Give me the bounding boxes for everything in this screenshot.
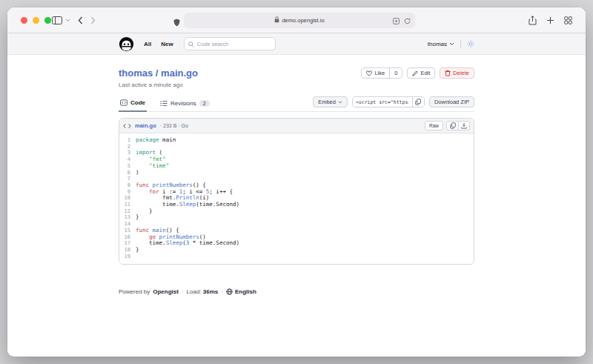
powered-by-label: Powered by <box>119 288 150 295</box>
like-button[interactable]: Like 0 <box>361 67 402 79</box>
nav-all-link[interactable]: All <box>144 41 151 47</box>
code-line: 13} <box>119 214 474 221</box>
delete-button[interactable]: Delete <box>440 67 474 79</box>
line-number[interactable]: 1 <box>119 137 136 144</box>
tab-revisions-label: Revisions <box>170 100 196 107</box>
download-file-button[interactable] <box>458 122 469 130</box>
copy-code-button[interactable] <box>447 122 458 130</box>
download-zip-label: Download ZIP <box>434 99 469 105</box>
code-line: 12 } <box>119 208 474 215</box>
line-number[interactable]: 11 <box>119 202 136 208</box>
tab-overview-icon[interactable] <box>564 16 572 24</box>
like-count: 0 <box>389 68 402 78</box>
tab-code-label: Code <box>130 99 145 106</box>
embed-label: Embed <box>318 99 336 105</box>
globe-icon <box>226 288 233 295</box>
embed-dropdown-button[interactable]: Embed <box>313 96 348 107</box>
share-icon[interactable] <box>529 16 537 25</box>
line-number[interactable]: 3 <box>119 150 136 156</box>
page-footer: Powered by Opengist · Load: 36ms · Engli… <box>119 288 474 295</box>
line-number[interactable]: 17 <box>119 240 136 247</box>
line-number[interactable]: 18 <box>119 247 136 254</box>
code-card: main.go · 233 B · Go Raw <box>119 118 474 265</box>
reload-icon[interactable] <box>404 14 411 27</box>
address-bar[interactable]: demo.opengist.io <box>184 13 415 28</box>
line-number[interactable]: 12 <box>119 208 136 215</box>
privacy-shield-icon[interactable] <box>173 16 180 30</box>
sidebar-toggle-icon[interactable] <box>52 16 62 24</box>
zoom-window-button[interactable] <box>44 17 51 24</box>
pencil-icon <box>412 70 418 76</box>
browser-window: demo.opengist.io <box>7 7 586 357</box>
language-selector[interactable]: English <box>226 288 256 295</box>
copy-embed-button[interactable] <box>412 97 424 107</box>
language-label: English <box>235 288 256 295</box>
line-number[interactable]: 6 <box>119 170 136 176</box>
code-line: 1package main <box>119 137 474 144</box>
tab-revisions[interactable]: Revisions 2 <box>159 97 211 111</box>
minimize-window-button[interactable] <box>33 17 39 24</box>
close-window-button[interactable] <box>21 17 27 24</box>
line-number[interactable]: 9 <box>119 189 136 196</box>
line-number[interactable]: 8 <box>119 182 136 189</box>
code-line-text: "time" <box>136 163 169 170</box>
lock-icon <box>274 16 279 24</box>
edit-button[interactable]: Edit <box>407 67 435 79</box>
username-label: thomas <box>428 41 447 47</box>
nav-new-link[interactable]: New <box>161 41 173 47</box>
heart-icon <box>366 70 372 76</box>
header-divider <box>460 40 461 48</box>
code-line: 17 time.Sleep(3 * time.Second) <box>119 240 474 247</box>
gist-file-link[interactable]: main.go <box>161 67 198 79</box>
browser-toolbar: demo.opengist.io <box>7 7 586 33</box>
load-time: Load: 36ms <box>187 288 219 295</box>
code-line: 4 "fmt" <box>119 156 474 163</box>
like-label: Like <box>374 70 385 76</box>
line-number[interactable]: 4 <box>119 156 136 163</box>
line-number[interactable]: 13 <box>119 214 136 221</box>
last-active-label: Last active a minute ago <box>119 82 198 88</box>
sidebar-chevron-icon[interactable] <box>65 19 70 22</box>
code-line-text: ) <box>136 170 139 176</box>
code-line: 18} <box>119 247 474 254</box>
page-body: thomas / main.go Last active a minute ag… <box>7 55 586 356</box>
traffic-lights <box>21 17 51 24</box>
code-line-text: time.Sleep(3 * time.Second) <box>136 240 239 247</box>
line-number[interactable]: 19 <box>119 254 136 260</box>
opengist-logo-icon[interactable] <box>119 36 134 52</box>
code-line: 5 "time" <box>119 163 474 170</box>
tab-code[interactable]: Code <box>119 97 147 112</box>
raw-button[interactable]: Raw <box>425 121 443 130</box>
page-settings-icon[interactable] <box>393 14 400 27</box>
search-input[interactable] <box>197 41 271 47</box>
line-number[interactable]: 15 <box>119 228 136 234</box>
theme-toggle-sun-icon[interactable] <box>467 40 474 47</box>
chevron-down-icon <box>338 101 342 104</box>
search-icon <box>188 37 194 50</box>
line-number[interactable]: 5 <box>119 163 136 170</box>
line-number[interactable]: 10 <box>119 195 136 202</box>
revisions-list-icon <box>160 100 168 107</box>
delete-label: Delete <box>453 70 469 76</box>
line-number[interactable]: 7 <box>119 176 136 182</box>
line-number[interactable]: 2 <box>119 144 136 150</box>
code-filename-link[interactable]: main.go <box>135 122 156 129</box>
new-tab-icon[interactable] <box>546 16 554 24</box>
line-number[interactable]: 14 <box>119 221 136 228</box>
trash-icon <box>445 70 451 76</box>
forward-button-icon[interactable] <box>90 16 96 24</box>
gist-owner-link[interactable]: thomas <box>119 67 153 79</box>
download-icon <box>461 122 467 129</box>
opengist-link[interactable]: Opengist <box>153 288 179 295</box>
code-line: 11 time.Sleep(time.Second) <box>119 202 474 208</box>
user-menu[interactable]: thomas <box>428 41 454 47</box>
line-number[interactable]: 16 <box>119 234 136 241</box>
back-button-icon[interactable] <box>78 16 83 24</box>
embed-script-input[interactable] <box>353 97 412 107</box>
code-line-text: package main <box>136 137 176 144</box>
download-zip-button[interactable]: Download ZIP <box>429 96 474 107</box>
code-line-text: } <box>136 214 139 221</box>
code-body: 1package main23import (4 "fmt"5 "time"6)… <box>119 133 474 264</box>
code-search-box[interactable] <box>184 37 276 50</box>
code-line: 19 <box>119 254 474 260</box>
